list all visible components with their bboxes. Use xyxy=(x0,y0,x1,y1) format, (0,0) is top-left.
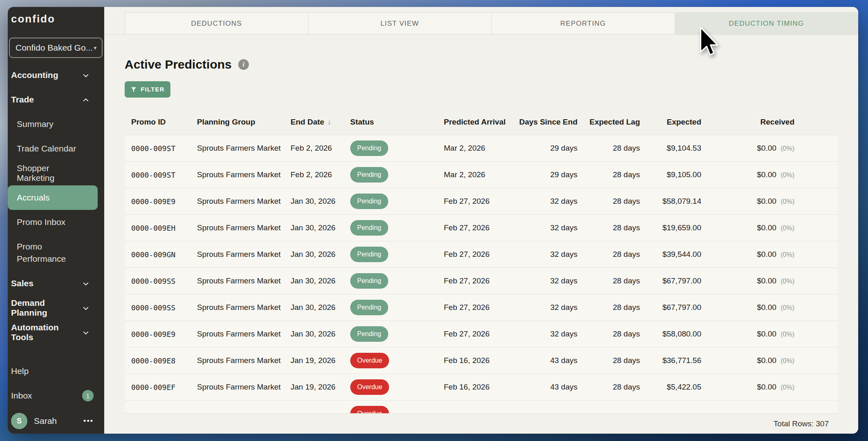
column-header-planning-group[interactable]: Planning Group xyxy=(190,118,284,127)
table-header-row: Promo ID Planning Group End Date ↓ Statu… xyxy=(125,109,838,135)
cell-status: Overdue xyxy=(344,379,437,395)
column-header-received[interactable]: Received xyxy=(701,118,794,127)
filter-button[interactable]: FILTER xyxy=(125,81,170,98)
tab-list-view[interactable]: LIST VIEW xyxy=(308,12,492,34)
column-header-status[interactable]: Status xyxy=(344,118,437,127)
cell-expected: $9,105.00 xyxy=(640,170,701,179)
tab-label: DEDUCTION TIMING xyxy=(729,20,804,28)
received-percent: (0%) xyxy=(779,384,794,391)
cell-received: $0.00 (0%) xyxy=(701,170,794,179)
user-menu-button[interactable]: ••• xyxy=(83,417,94,425)
sidebar-item-summary[interactable]: Summary xyxy=(8,112,104,136)
tab-deduction-timing[interactable]: DEDUCTION TIMING xyxy=(675,12,859,34)
sidebar-item-help[interactable]: Help xyxy=(8,359,104,383)
main-panel: DEDUCTIONSLIST VIEWREPORTINGDEDUCTION TI… xyxy=(104,7,858,434)
sidebar-item-trade[interactable]: Trade xyxy=(8,87,104,112)
status-badge: Pending xyxy=(350,273,388,289)
table-row[interactable]: 0000-009SS Sprouts Farmers Market Jan 30… xyxy=(125,267,838,294)
cell-planning-group: Sprouts Farmers Market xyxy=(190,170,284,179)
tab-reporting[interactable]: REPORTING xyxy=(491,12,675,34)
status-badge: Pending xyxy=(350,247,388,262)
received-amount: $0.00 xyxy=(757,250,776,258)
table-row[interactable]: 0000-009SS Sprouts Farmers Market Jan 30… xyxy=(125,294,838,321)
column-header-label: Received xyxy=(761,118,794,127)
column-header-predicted-arrival[interactable]: Predicted Arrival xyxy=(437,118,519,127)
sidebar-item-label: Sales xyxy=(11,278,34,288)
cell-days-since-end: 43 days xyxy=(519,383,577,392)
cell-expected: $9,104.53 xyxy=(640,144,701,153)
cell-status: Pending xyxy=(344,326,437,342)
info-icon[interactable]: i xyxy=(238,59,249,70)
cell-promo-id: 0000-009GN xyxy=(125,250,190,259)
table-row[interactable]: 0000-009EF Sprouts Farmers Market Jan 19… xyxy=(125,374,838,400)
sidebar-item-demand-planning[interactable]: Demand Planning xyxy=(8,296,104,320)
column-header-label: Status xyxy=(350,118,374,127)
sidebar-item-promo-inbox[interactable]: Promo Inbox xyxy=(8,210,104,234)
table-row[interactable]: 0000-009E9 Sprouts Farmers Market Jan 30… xyxy=(125,321,838,347)
table-row[interactable]: 0000-009E8 Sprouts Farmers Market Jan 19… xyxy=(125,347,838,374)
cell-planning-group: Sprouts Farmers Market xyxy=(190,383,284,392)
sidebar-item-label: Accruals xyxy=(17,193,50,203)
sidebar-item-label: Promo Performance xyxy=(17,241,78,265)
column-header-label: Promo ID xyxy=(131,118,166,127)
cell-end-date: Jan 30, 2026 xyxy=(284,223,344,232)
cell-planning-group: Sprouts Farmers Market xyxy=(190,356,284,365)
sidebar-item-inbox[interactable]: Inbox 1 xyxy=(8,383,104,408)
cell-predicted-arrival: Mar 2, 2026 xyxy=(437,170,519,179)
sidebar-nav: Accounting Trade Summary Trade Calendar … xyxy=(8,63,104,345)
tab-bar: DEDUCTIONSLIST VIEWREPORTINGDEDUCTION TI… xyxy=(125,12,858,34)
cell-expected-lag: 28 days xyxy=(577,197,640,206)
column-header-label: Predicted Arrival xyxy=(444,118,506,127)
column-header-label: Expected Lag xyxy=(589,118,640,127)
cell-predicted-arrival: Feb 27, 2026 xyxy=(437,197,519,206)
received-amount: $0.00 xyxy=(757,170,776,179)
user-row: S Sarah ••• xyxy=(8,409,104,433)
sidebar-item-accounting[interactable]: Accounting xyxy=(8,63,104,87)
sidebar-item-label: Accounting xyxy=(11,70,58,80)
cell-expected-lag: 28 days xyxy=(577,144,640,153)
cell-promo-id: 0000-009E8 xyxy=(125,356,190,365)
sidebar-item-sales[interactable]: Sales xyxy=(8,271,104,296)
cell-expected-lag: 28 days xyxy=(577,276,640,285)
status-badge: Overdue xyxy=(350,353,389,368)
sidebar-item-automation-tools[interactable]: Automation Tools xyxy=(8,320,104,345)
cell-end-date: Feb 2, 2026 xyxy=(284,144,344,153)
table-row[interactable]: 0000-009ST Sprouts Farmers Market Feb 2,… xyxy=(125,161,838,188)
column-header-end-date[interactable]: End Date ↓ xyxy=(284,118,344,127)
cell-days-since-end: 43 days xyxy=(519,356,577,365)
cell-status: Pending xyxy=(344,194,437,209)
cell-end-date: Jan 30, 2026 xyxy=(284,330,344,339)
tab-label: LIST VIEW xyxy=(380,20,419,28)
column-header-expected-lag[interactable]: Expected Lag xyxy=(577,118,640,127)
status-badge: Overdue xyxy=(350,379,389,395)
cell-end-date: Jan 30, 2026 xyxy=(284,197,344,206)
chevron-down-icon xyxy=(82,71,89,79)
column-header-expected[interactable]: Expected xyxy=(640,118,701,127)
column-header-promo-id[interactable]: Promo ID xyxy=(125,118,190,127)
received-percent: (0%) xyxy=(779,251,794,258)
sidebar-item-trade-calendar[interactable]: Trade Calendar xyxy=(8,136,104,161)
sidebar-item-promo-performance[interactable]: Promo Performance xyxy=(8,234,104,271)
received-amount: $0.00 xyxy=(757,383,776,391)
sidebar-item-shopper-marketing[interactable]: Shopper Marketing xyxy=(8,161,104,185)
chevron-down-icon xyxy=(82,329,89,336)
sidebar-item-accruals[interactable]: Accruals xyxy=(8,185,98,210)
cell-days-since-end: 32 days xyxy=(519,250,577,259)
received-percent: (0%) xyxy=(779,278,794,285)
cell-expected: $5,422.05 xyxy=(640,383,701,392)
tab-label: DEDUCTIONS xyxy=(191,20,242,28)
column-header-days-since-end[interactable]: Days Since End xyxy=(519,118,577,127)
avatar: S xyxy=(11,413,27,429)
org-selector-dropdown[interactable]: Confido Baked Go... ▾ xyxy=(9,38,103,58)
sort-descending-icon: ↓ xyxy=(327,118,331,127)
table-row[interactable]: 0000-009GN Sprouts Farmers Market Jan 30… xyxy=(125,241,838,267)
table-row-partial[interactable]: Overdue xyxy=(125,400,838,413)
table-row[interactable]: 0000-009ST Sprouts Farmers Market Feb 2,… xyxy=(125,135,838,161)
cell-promo-id: 0000-009EH xyxy=(125,224,190,232)
table-row[interactable]: 0000-009EH Sprouts Farmers Market Jan 30… xyxy=(125,214,838,241)
tab-deductions[interactable]: DEDUCTIONS xyxy=(125,12,308,34)
cell-days-since-end: 29 days xyxy=(519,144,577,153)
table-row[interactable]: 0000-009E9 Sprouts Farmers Market Jan 30… xyxy=(125,188,838,214)
received-percent: (0%) xyxy=(779,145,794,152)
received-amount: $0.00 xyxy=(757,276,776,285)
